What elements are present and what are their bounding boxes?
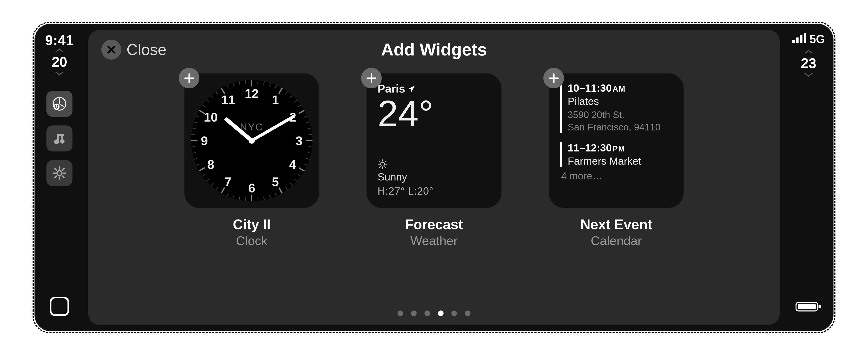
widget-app: Clock (233, 234, 271, 248)
clock-number: 7 (225, 174, 231, 189)
svg-point-4 (57, 171, 62, 176)
home-button[interactable] (50, 297, 69, 316)
device: 9:41 20 (34, 24, 834, 331)
calendar-event-time: 10–11:30AM (568, 82, 673, 94)
clock-number: 9 (201, 134, 208, 148)
page-counter-left: 20 (52, 54, 67, 70)
widget-name: City II (233, 216, 271, 233)
chevron-up-icon[interactable] (804, 49, 813, 54)
clock-center-cap (249, 138, 255, 144)
svg-line-10 (379, 161, 380, 162)
clock-number: 10 (204, 110, 218, 124)
status-time: 9:41 (45, 32, 74, 48)
weather-temp: 24° (378, 95, 490, 132)
weather-hi-lo: H:27° L:20° (378, 185, 490, 197)
status-rail-left: 9:41 20 (34, 24, 85, 331)
page-dot[interactable] (425, 311, 430, 316)
network-label: 5G (809, 32, 825, 46)
widget-card-calendar: 10–11:30AM Pilates 3590 20th St. San Fra… (549, 73, 684, 208)
clock-number: 6 (248, 181, 255, 195)
clock-number: 5 (272, 174, 279, 189)
add-widget-button[interactable] (361, 68, 382, 88)
widget-name: Forecast (405, 216, 463, 233)
svg-rect-15 (796, 37, 799, 43)
chevron-down-icon[interactable] (55, 71, 64, 76)
app-settings[interactable] (46, 160, 72, 186)
calendar-event: 11–12:30PM Farmers Market (560, 142, 673, 167)
page-dot[interactable] (452, 311, 457, 316)
widget-card-weather: Paris 24° Sunny H:27° L:20° (367, 73, 501, 208)
clock-number: 8 (207, 157, 214, 172)
add-widget-button[interactable] (179, 68, 199, 88)
add-widget-button[interactable] (544, 68, 564, 88)
clock-number: 3 (296, 134, 303, 148)
svg-line-13 (379, 167, 380, 168)
widget-app: Calendar (581, 234, 652, 248)
calendar-event-location: 3590 20th St. San Francisco, 94110 (568, 109, 673, 133)
calendar-event-time: 11–12:30PM (568, 142, 673, 154)
widget-labels: Next Event Calendar (581, 216, 652, 248)
page-dot[interactable] (465, 311, 470, 316)
app-rail (46, 91, 72, 186)
chevron-up-icon[interactable] (55, 48, 64, 52)
close-icon (101, 40, 121, 60)
panel-title: Add Widgets (101, 40, 767, 60)
page-dots[interactable] (101, 311, 767, 318)
svg-rect-20 (818, 305, 821, 308)
clock-number: 12 (245, 86, 259, 101)
widget-weather[interactable]: Paris 24° Sunny H:27° L:20° (367, 73, 501, 248)
close-label: Close (126, 41, 166, 59)
chevron-down-icon[interactable] (804, 73, 813, 77)
close-button[interactable]: Close (101, 40, 166, 60)
page-dot[interactable] (398, 311, 403, 316)
widgets-row: NYC 123456789101112 City II Clock (101, 73, 767, 311)
calendar-event: 10–11:30AM Pilates 3590 20th St. San Fra… (560, 82, 673, 133)
app-music[interactable] (46, 126, 72, 151)
app-maps[interactable] (46, 91, 72, 117)
clock-number: 1 (272, 93, 279, 107)
svg-line-11 (385, 167, 386, 168)
svg-rect-16 (800, 35, 803, 43)
widget-clock[interactable]: NYC 123456789101112 City II Clock (184, 73, 319, 248)
widget-labels: City II Clock (233, 216, 271, 248)
clock-face: NYC 123456789101112 (191, 80, 312, 201)
device-frame: 9:41 20 (33, 22, 835, 333)
sun-icon (378, 159, 490, 170)
calendar-more: 4 more… (560, 170, 673, 182)
signal-bars-icon (792, 32, 807, 46)
widget-calendar[interactable]: 10–11:30AM Pilates 3590 20th St. San Fra… (549, 73, 684, 248)
battery-icon (796, 300, 822, 314)
clock-number: 11 (221, 93, 235, 107)
calendar-event-title: Farmers Market (568, 155, 673, 167)
svg-rect-3 (61, 134, 63, 140)
svg-line-12 (385, 161, 386, 162)
page-dot[interactable] (438, 311, 443, 316)
weather-condition: Sunny (378, 171, 490, 183)
widget-app: Weather (405, 234, 463, 248)
svg-rect-19 (798, 304, 816, 309)
svg-rect-14 (792, 40, 795, 43)
widget-name: Next Event (581, 216, 652, 233)
panel-header: Close Add Widgets (101, 39, 767, 61)
widget-labels: Forecast Weather (405, 216, 463, 248)
status-rail-right: 5G 23 (783, 24, 834, 331)
page-counter-right: 23 (801, 55, 816, 71)
page-dot[interactable] (411, 311, 416, 316)
svg-rect-17 (804, 33, 806, 43)
clock-number: 4 (289, 157, 296, 172)
svg-point-5 (381, 162, 384, 166)
calendar-event-title: Pilates (568, 95, 673, 107)
network-status: 5G (792, 32, 825, 46)
add-widgets-panel: Close Add Widgets NYC 123456789101112 (88, 30, 780, 325)
widget-card-clock: NYC 123456789101112 (184, 73, 319, 208)
